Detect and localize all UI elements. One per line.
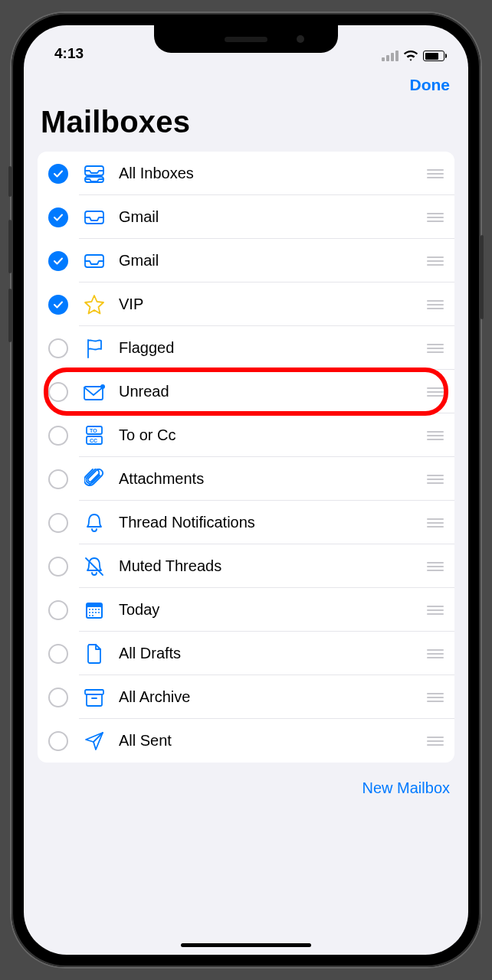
done-button[interactable]: Done bbox=[410, 76, 451, 94]
flag-icon bbox=[80, 337, 108, 360]
svg-point-5 bbox=[100, 384, 105, 389]
bottom-toolbar: New Mailbox bbox=[24, 763, 468, 814]
svg-point-21 bbox=[89, 615, 90, 616]
empty-circle-icon[interactable] bbox=[48, 557, 68, 577]
mailbox-row[interactable]: Muted Threads bbox=[38, 544, 454, 588]
mailbox-row[interactable]: Unread bbox=[38, 370, 454, 413]
all-inboxes-icon bbox=[80, 162, 108, 185]
mailbox-label: Thread Notifications bbox=[119, 514, 427, 531]
drag-handle-icon[interactable] bbox=[427, 213, 444, 222]
checkmark-circle-icon[interactable] bbox=[48, 251, 68, 271]
inbox-icon bbox=[80, 206, 108, 229]
drag-handle-icon[interactable] bbox=[427, 562, 444, 571]
drag-handle-icon[interactable] bbox=[427, 518, 444, 528]
drag-handle-icon[interactable] bbox=[427, 344, 444, 353]
document-icon bbox=[80, 642, 108, 665]
new-mailbox-button[interactable]: New Mailbox bbox=[362, 779, 450, 797]
mailbox-row[interactable]: Flagged bbox=[38, 326, 454, 370]
paperclip-icon bbox=[80, 468, 108, 491]
phone-frame: 4:13 Done Mailboxes All InboxesGmailGmai… bbox=[11, 13, 481, 967]
drag-handle-icon[interactable] bbox=[427, 649, 444, 658]
mailbox-label: Flagged bbox=[119, 339, 427, 357]
mailbox-label: All Inboxes bbox=[119, 165, 427, 182]
empty-circle-icon[interactable] bbox=[48, 469, 68, 489]
home-indicator[interactable] bbox=[181, 943, 311, 947]
mailbox-row[interactable]: Thread Notifications bbox=[38, 501, 454, 544]
cellular-signal-icon bbox=[382, 51, 399, 61]
drag-handle-icon[interactable] bbox=[427, 693, 444, 702]
mailbox-row[interactable]: All Inboxes bbox=[38, 152, 454, 195]
bell-slash-icon bbox=[80, 555, 108, 578]
mailbox-row[interactable]: TOCCTo or Cc bbox=[38, 413, 454, 457]
svg-point-17 bbox=[89, 612, 90, 613]
mailbox-row[interactable]: Gmail bbox=[38, 195, 454, 239]
mailbox-label: Attachments bbox=[119, 470, 427, 488]
mailbox-label: All Archive bbox=[119, 688, 427, 706]
empty-circle-icon[interactable] bbox=[48, 600, 68, 620]
svg-rect-4 bbox=[84, 387, 103, 400]
battery-icon bbox=[423, 51, 447, 61]
checkmark-circle-icon[interactable] bbox=[48, 295, 68, 315]
bell-icon bbox=[80, 511, 108, 534]
mailbox-label: Gmail bbox=[119, 208, 427, 226]
svg-point-15 bbox=[95, 609, 97, 610]
mailbox-list: All InboxesGmailGmailVIPFlaggedUnreadTOC… bbox=[38, 152, 454, 763]
archive-icon bbox=[80, 686, 108, 709]
mailbox-label: VIP bbox=[119, 296, 427, 313]
send-icon bbox=[80, 730, 108, 753]
inbox-icon bbox=[80, 250, 108, 273]
empty-circle-icon[interactable] bbox=[48, 688, 68, 707]
mailbox-label: All Sent bbox=[119, 732, 427, 750]
mailbox-row[interactable]: VIP bbox=[38, 283, 454, 326]
status-time: 4:13 bbox=[54, 45, 84, 62]
svg-point-14 bbox=[92, 609, 93, 610]
to-cc-icon: TOCC bbox=[80, 424, 108, 447]
mailbox-row[interactable]: Gmail bbox=[38, 239, 454, 283]
mailbox-label: Muted Threads bbox=[119, 557, 427, 575]
mailbox-label: Today bbox=[119, 601, 427, 619]
drag-handle-icon[interactable] bbox=[427, 737, 444, 746]
mailbox-label: To or Cc bbox=[119, 426, 427, 444]
notch bbox=[154, 25, 338, 53]
wifi-icon bbox=[403, 50, 418, 62]
svg-text:TO: TO bbox=[90, 428, 97, 433]
drag-handle-icon[interactable] bbox=[427, 387, 444, 397]
svg-point-16 bbox=[98, 609, 100, 610]
mailbox-row[interactable]: Today bbox=[38, 588, 454, 632]
checkmark-circle-icon[interactable] bbox=[48, 164, 68, 184]
mailbox-row[interactable]: All Sent bbox=[38, 719, 454, 763]
empty-circle-icon[interactable] bbox=[48, 382, 68, 402]
svg-text:CC: CC bbox=[90, 438, 97, 443]
calendar-icon bbox=[80, 599, 108, 622]
svg-point-18 bbox=[92, 612, 93, 613]
svg-point-22 bbox=[92, 615, 93, 616]
checkmark-circle-icon[interactable] bbox=[48, 207, 68, 227]
screen: 4:13 Done Mailboxes All InboxesGmailGmai… bbox=[24, 25, 468, 955]
empty-circle-icon[interactable] bbox=[48, 338, 68, 358]
drag-handle-icon[interactable] bbox=[427, 300, 444, 309]
drag-handle-icon[interactable] bbox=[427, 475, 444, 484]
drag-handle-icon[interactable] bbox=[427, 256, 444, 266]
mailbox-label: All Drafts bbox=[119, 645, 427, 662]
svg-point-20 bbox=[98, 612, 100, 613]
mailbox-label: Unread bbox=[119, 383, 427, 400]
empty-circle-icon[interactable] bbox=[48, 513, 68, 533]
mailbox-row[interactable]: All Drafts bbox=[38, 632, 454, 675]
svg-point-13 bbox=[89, 609, 90, 610]
mailbox-row[interactable]: All Archive bbox=[38, 675, 454, 719]
empty-circle-icon[interactable] bbox=[48, 426, 68, 446]
empty-circle-icon[interactable] bbox=[48, 731, 68, 751]
drag-handle-icon[interactable] bbox=[427, 431, 444, 440]
svg-point-19 bbox=[95, 612, 97, 613]
svg-rect-23 bbox=[85, 690, 103, 694]
unread-icon bbox=[80, 381, 108, 403]
nav-bar: Done bbox=[24, 65, 468, 102]
empty-circle-icon[interactable] bbox=[48, 644, 68, 664]
drag-handle-icon[interactable] bbox=[427, 606, 444, 615]
star-icon bbox=[80, 293, 108, 316]
page-title: Mailboxes bbox=[24, 102, 468, 152]
mailbox-row[interactable]: Attachments bbox=[38, 457, 454, 501]
mailbox-label: Gmail bbox=[119, 252, 427, 270]
drag-handle-icon[interactable] bbox=[427, 169, 444, 178]
